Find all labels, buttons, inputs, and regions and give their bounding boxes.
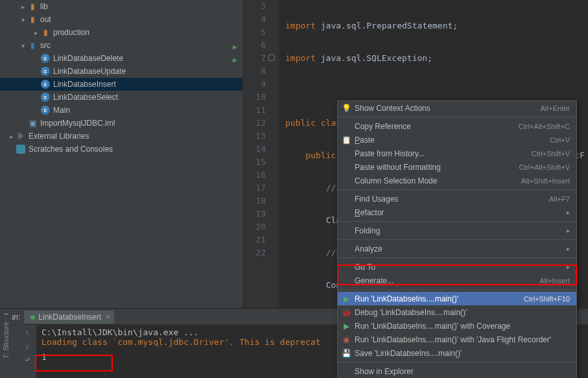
tree-lib[interactable]: ▸ ▮ lib <box>0 0 242 13</box>
chevron-right-icon: ▸ <box>567 263 570 270</box>
chevron-right-icon: ▸ <box>18 3 27 10</box>
line-num: 21 <box>243 233 266 246</box>
menu-generate[interactable]: Generate...Alt+Insert <box>338 274 576 287</box>
menu-separator <box>338 362 576 362</box>
line-num: 3 <box>243 0 266 13</box>
tree-iml[interactable]: ▣ ImportMysqlJDBC.iml <box>0 117 242 130</box>
chevron-right-icon: ▸ <box>567 227 570 234</box>
tree-label: ImportMysqlJDBC.iml <box>40 119 115 128</box>
up-icon[interactable]: ↑ <box>25 327 30 337</box>
chevron-right-icon: ▸ <box>567 209 570 216</box>
bulb-icon: 💡 <box>342 104 351 113</box>
menu-run[interactable]: ▶ Run 'LinkDatabseIns....main()'Ctrl+Shi… <box>338 292 576 305</box>
line-num: 4 <box>243 13 266 26</box>
status-dot-icon <box>30 315 35 320</box>
menu-paste-history[interactable]: Paste from History...Ctrl+Shift+V <box>338 147 576 160</box>
chevron-down-icon: ▾ <box>18 42 27 49</box>
profiler-icon: ◉ <box>342 335 351 344</box>
line-num: 13 <box>243 130 266 143</box>
line-num: 9 <box>243 78 266 91</box>
menu-paste-nofmt[interactable]: Paste without FormattingCtrl+Alt+Shift+V <box>338 160 576 174</box>
tree-file[interactable]: c Main <box>0 104 242 117</box>
override-icon[interactable] <box>268 54 275 61</box>
line-num: 19 <box>243 207 266 220</box>
line-num: 16 <box>243 169 266 182</box>
tree-file[interactable]: c LinkDatabaseDelete <box>0 52 242 65</box>
line-num: 5 <box>243 26 266 39</box>
tree-label: LinkDatabseInsert <box>53 80 116 89</box>
tree-label: lib <box>40 2 48 11</box>
menu-copy-reference[interactable]: Copy ReferenceCtrl+Alt+Shift+C <box>338 119 576 133</box>
line-num: 17 <box>243 182 266 195</box>
coverage-icon: ▶ <box>342 322 351 331</box>
menu-separator <box>338 289 576 290</box>
wrap-icon[interactable]: ⤶ <box>24 355 31 364</box>
tree-label: External Libraries <box>29 132 89 141</box>
tree-file-selected[interactable]: c LinkDatabseInsert <box>0 78 242 91</box>
menu-debug[interactable]: 🐞 Debug 'LinkDatabseIns....main()' <box>338 305 576 319</box>
tree-label: LinkDatabaseDelete <box>53 54 123 63</box>
line-num: 12 <box>243 117 266 130</box>
tree-out[interactable]: ▾ ▮ out <box>0 13 242 26</box>
chevron-down-icon: ▾ <box>18 16 27 23</box>
menu-separator <box>338 221 576 222</box>
module-icon: ▣ <box>27 118 38 128</box>
tree-label: Scratches and Consoles <box>29 145 113 154</box>
run-tab[interactable]: LinkDatabseInsert <box>24 311 114 324</box>
menu-refactor[interactable]: Refactor▸ <box>338 206 576 219</box>
tree-external[interactable]: ▸ ⊪ External Libraries <box>0 130 242 143</box>
java-class-icon: c <box>40 105 51 115</box>
java-class-icon: c <box>40 79 51 89</box>
line-num: 18 <box>243 195 266 207</box>
tree-label: Main <box>53 106 70 115</box>
menu-run-coverage[interactable]: ▶ Run 'LinkDatabseIns....main()' with Co… <box>338 319 576 333</box>
line-num: 10 <box>243 91 266 104</box>
structure-tab[interactable]: 7: Structure <box>0 314 12 366</box>
play-icon: ▶ <box>342 294 351 303</box>
tree-production[interactable]: ▸ ▮ production <box>0 26 242 39</box>
menu-goto[interactable]: Go To▸ <box>338 260 576 274</box>
bug-icon: 🐞 <box>342 308 351 317</box>
line-num: ▶6 <box>243 39 266 52</box>
run-gutter-icon[interactable]: ▶ <box>233 41 237 54</box>
down-icon[interactable]: ↓ <box>25 341 30 351</box>
tree-scratches[interactable]: Scratches and Consoles <box>0 143 242 156</box>
menu-folding[interactable]: Folding▸ <box>338 224 576 237</box>
menu-save-config[interactable]: 💾 Save 'LinkDatabseIns....main()' <box>338 346 576 360</box>
project-tree: ▸ ▮ lib ▾ ▮ out ▸ ▮ production ▾ ▮ src c… <box>0 0 243 308</box>
folder-icon: ▮ <box>27 40 38 51</box>
line-num: 15 <box>243 156 266 169</box>
context-menu: 💡 Show Context ActionsAlt+Enter Copy Ref… <box>337 100 577 378</box>
menu-analyze[interactable]: Analyze▸ <box>338 242 576 255</box>
scratch-icon <box>16 144 26 154</box>
folder-icon: ▮ <box>27 14 38 25</box>
chevron-right-icon: ▸ <box>31 29 40 36</box>
menu-separator <box>338 257 576 258</box>
chevron-right-icon: ▸ <box>567 245 570 252</box>
menu-show-context[interactable]: 💡 Show Context ActionsAlt+Enter <box>338 101 576 115</box>
folder-icon: ▮ <box>27 1 38 12</box>
save-icon: 💾 <box>342 349 351 358</box>
tree-label: LinkDatabseSelect <box>53 93 118 102</box>
paste-icon: 📋 <box>342 136 351 145</box>
line-num: 8 <box>243 65 266 78</box>
menu-find-usages[interactable]: Find UsagesAlt+F7 <box>338 192 576 206</box>
java-class-icon: c <box>40 92 51 102</box>
menu-paste[interactable]: 📋 PasteCtrl+V <box>338 133 576 147</box>
run-gutter-icon[interactable]: ▶ <box>233 54 237 67</box>
line-num: 11 <box>243 104 266 117</box>
menu-run-jfr[interactable]: ◉ Run 'LinkDatabseIns....main()' with 'J… <box>338 333 576 346</box>
run-toolbar-2: ↑ ↓ ⤶ <box>18 325 36 378</box>
menu-separator <box>338 189 576 190</box>
library-icon: ⊪ <box>16 131 26 141</box>
menu-separator <box>338 117 576 117</box>
line-num: 20 <box>243 220 266 233</box>
line-num: ▶7 <box>243 52 266 65</box>
menu-column-selection[interactable]: Column Selection ModeAlt+Shift+Insert <box>338 174 576 187</box>
tree-file[interactable]: c LinkDatabseSelect <box>0 91 242 104</box>
menu-show-explorer[interactable]: Show in Explorer <box>338 364 576 378</box>
tree-src[interactable]: ▾ ▮ src <box>0 39 242 52</box>
tree-file[interactable]: c LinkDatabaseUpdate <box>0 65 242 78</box>
tree-label: src <box>40 41 51 50</box>
folder-icon: ▮ <box>40 27 51 38</box>
